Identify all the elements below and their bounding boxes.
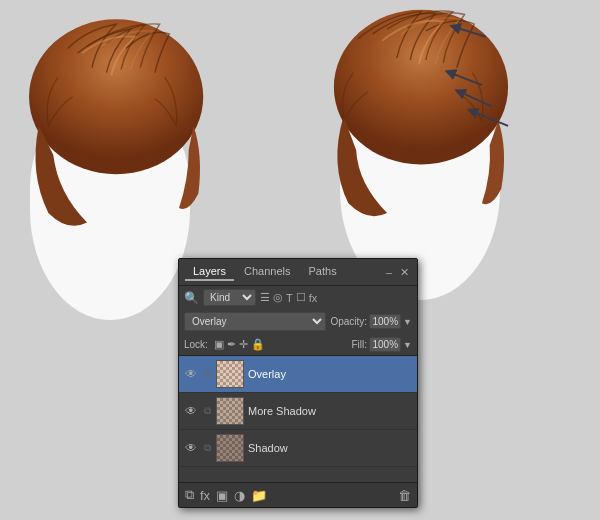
panel-minimize-button[interactable]: – [384,266,394,278]
new-group-icon[interactable]: 📁 [251,488,267,503]
layer-link-icon: ⧉ [202,368,212,380]
lock-all-icon[interactable]: 🔒 [251,338,265,351]
layer-thumbnail [216,397,244,425]
lock-pixels-icon[interactable]: ✒ [227,338,236,351]
layer-visibility-icon[interactable]: 👁 [184,404,198,418]
blend-mode-select[interactable]: Overlay Normal Multiply Screen Soft Ligh… [184,312,326,331]
panel-bottom-toolbar: ⧉ fx ▣ ◑ 📁 🗑 [179,482,417,507]
lock-row: Lock: ▣ ✒ ✛ 🔒 Fill: ▼ [179,334,417,355]
layer-visibility-icon[interactable]: 👁 [184,441,198,455]
lock-label: Lock: [184,339,208,350]
kind-select[interactable]: Kind Name Effect Mode [203,289,256,306]
layers-panel: Layers Channels Paths – ✕ 🔍 Kind Name Ef… [178,258,418,508]
link-layers-icon[interactable]: ⧉ [185,487,194,503]
layer-name: More Shadow [248,405,412,417]
filter-smartobject-icon[interactable]: fx [309,292,318,304]
fill-dropdown-icon[interactable]: ▼ [403,340,412,350]
opacity-dropdown-icon[interactable]: ▼ [403,317,412,327]
search-row: 🔍 Kind Name Effect Mode ☰ ◎ T ☐ fx [179,286,417,309]
layer-name: Shadow [248,442,412,454]
fill-group: Fill: ▼ [352,337,412,352]
fill-label: Fill: [352,339,368,350]
layer-row[interactable]: 👁 ⧉ Overlay [179,356,417,393]
filter-adjustment-icon[interactable]: ◎ [273,291,283,304]
canvas-area: Layers Channels Paths – ✕ 🔍 Kind Name Ef… [0,0,600,520]
filter-icons: ☰ ◎ T ☐ fx [260,291,317,304]
adjustment-layer-icon[interactable]: ◑ [234,488,245,503]
delete-layer-icon[interactable]: 🗑 [398,488,411,503]
layer-visibility-icon[interactable]: 👁 [184,367,198,381]
layer-row[interactable]: 👁 ⧉ Shadow [179,430,417,467]
svg-point-0 [29,19,203,174]
lock-icons: ▣ ✒ ✛ 🔒 [214,338,265,351]
filter-type-icon[interactable]: T [286,292,293,304]
layers-list[interactable]: 👁 ⧉ Overlay 👁 ⧉ More Shadow 👁 ⧉ [179,355,417,482]
layer-link-icon: ⧉ [202,405,212,417]
opacity-input[interactable] [369,314,401,329]
layer-thumbnail [216,434,244,462]
tab-channels[interactable]: Channels [236,263,298,281]
filter-pixel-icon[interactable]: ☰ [260,291,270,304]
tab-layers[interactable]: Layers [185,263,234,281]
panel-close-button[interactable]: ✕ [398,266,411,279]
lock-position-icon[interactable]: ✛ [239,338,248,351]
opacity-group: Opacity: ▼ [330,314,412,329]
fill-input[interactable] [369,337,401,352]
hair-illustration [0,0,600,300]
tab-paths[interactable]: Paths [301,263,345,281]
opacity-label: Opacity: [330,316,367,327]
blend-row: Overlay Normal Multiply Screen Soft Ligh… [179,309,417,334]
search-icon: 🔍 [184,291,199,305]
layer-row[interactable]: 👁 ⧉ More Shadow [179,393,417,430]
lock-transparency-icon[interactable]: ▣ [214,338,224,351]
layer-thumbnail [216,360,244,388]
layer-link-icon: ⧉ [202,442,212,454]
panel-titlebar: Layers Channels Paths – ✕ [179,259,417,286]
panel-tabs: Layers Channels Paths [185,263,345,281]
panel-controls: – ✕ [384,266,411,279]
layer-name: Overlay [248,368,412,380]
layer-mask-icon[interactable]: ▣ [216,488,228,503]
filter-shape-icon[interactable]: ☐ [296,291,306,304]
layer-effects-icon[interactable]: fx [200,488,210,503]
